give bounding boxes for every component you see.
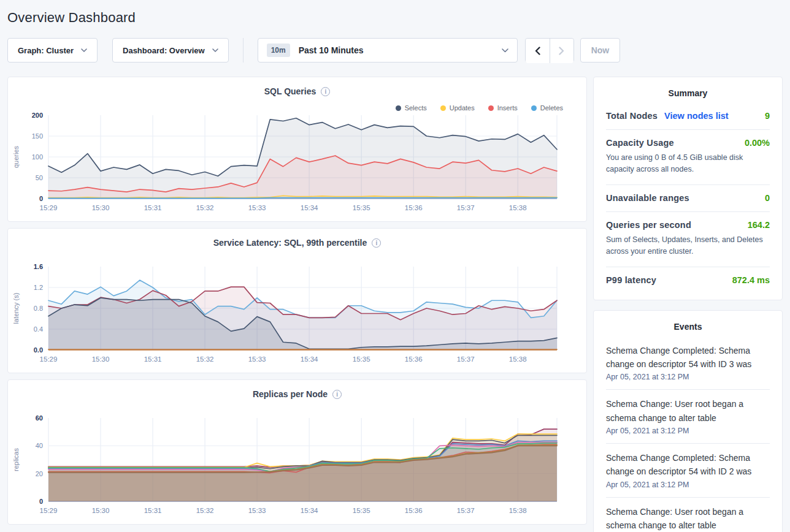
svg-text:1.6: 1.6 xyxy=(34,263,43,270)
svg-text:15:30: 15:30 xyxy=(92,204,110,211)
svg-text:15:31: 15:31 xyxy=(144,204,162,211)
svg-text:15:37: 15:37 xyxy=(457,204,475,211)
time-range-dropdown[interactable]: 10m Past 10 Minutes xyxy=(258,38,518,63)
svg-text:15:34: 15:34 xyxy=(301,507,318,514)
event-item: Schema Change Completed: Schema change o… xyxy=(606,336,770,390)
chart-title-row: Service Latency: SQL, 99th percentile xyxy=(8,229,586,248)
svg-text:1.2: 1.2 xyxy=(34,284,43,291)
event-item: Schema Change: User root began a schema … xyxy=(606,389,770,443)
summary-row: P99 latency872.4 ms xyxy=(606,267,770,294)
svg-text:15:36: 15:36 xyxy=(405,355,423,363)
chart-title: Service Latency: SQL, 99th percentile xyxy=(213,238,367,248)
chevron-down-icon xyxy=(502,48,508,53)
svg-text:15:33: 15:33 xyxy=(248,507,266,514)
sql-queries-panel: SQL Queries SelectsUpdatesInsertsDeletes… xyxy=(7,77,587,222)
svg-text:15:29: 15:29 xyxy=(40,204,58,211)
event-message: Schema Change Completed: Schema change o… xyxy=(606,451,770,479)
svg-text:50: 50 xyxy=(36,174,43,181)
summary-row: Total NodesView nodes list9 xyxy=(606,103,770,129)
svg-text:15:29: 15:29 xyxy=(40,355,58,363)
event-item: Schema Change Completed: Schema change o… xyxy=(606,443,770,497)
summary-row: Capacity Usage0.00%You are using 0 B of … xyxy=(606,129,770,184)
sidebar-column: Summary Total NodesView nodes list9Capac… xyxy=(593,77,783,532)
svg-text:60: 60 xyxy=(36,414,43,422)
svg-text:15:30: 15:30 xyxy=(92,355,110,363)
summary-label: Total Nodes xyxy=(606,111,658,121)
summary-label: Queries per second xyxy=(606,220,691,230)
chart-title: Replicas per Node xyxy=(253,389,328,399)
time-range-label: Past 10 Minutes xyxy=(299,45,364,55)
dashboard-dropdown[interactable]: Dashboard: Overview xyxy=(112,38,229,63)
info-icon[interactable] xyxy=(372,238,381,248)
svg-text:15:37: 15:37 xyxy=(457,355,475,363)
replicas-per-node-panel: Replicas per Node 15:2915:3015:3115:3215… xyxy=(7,379,587,525)
svg-text:0.4: 0.4 xyxy=(34,325,43,333)
svg-text:15:32: 15:32 xyxy=(196,204,214,211)
svg-text:15:38: 15:38 xyxy=(509,507,527,514)
view-nodes-list-link[interactable]: View nodes list xyxy=(664,111,729,121)
chevron-left-icon xyxy=(535,47,540,55)
summary-value: 0.00% xyxy=(745,138,770,148)
svg-text:15:31: 15:31 xyxy=(144,507,162,514)
svg-text:15:38: 15:38 xyxy=(509,204,527,211)
svg-text:15:35: 15:35 xyxy=(353,507,370,514)
time-nav-group xyxy=(525,38,574,63)
svg-text:queries: queries xyxy=(12,145,20,168)
summary-label: Unavailable ranges xyxy=(606,193,689,203)
charts-column: SQL Queries SelectsUpdatesInsertsDeletes… xyxy=(7,77,587,525)
time-range-badge: 10m xyxy=(267,44,290,57)
time-prev-button[interactable] xyxy=(526,39,550,63)
events-title: Events xyxy=(606,319,770,336)
events-list: Schema Change Completed: Schema change o… xyxy=(606,336,770,532)
chevron-right-icon xyxy=(559,47,564,55)
svg-text:20: 20 xyxy=(36,470,43,477)
overview-dashboard-page: Overview Dashboard Graph: Cluster Dashbo… xyxy=(0,0,790,532)
svg-text:0: 0 xyxy=(39,498,43,505)
svg-text:replicas: replicas xyxy=(12,448,20,471)
svg-text:15:38: 15:38 xyxy=(509,355,527,363)
chevron-down-icon xyxy=(212,48,218,52)
summary-label: Capacity Usage xyxy=(606,138,674,148)
svg-text:15:29: 15:29 xyxy=(40,507,58,514)
event-message: Schema Change: User root began a schema … xyxy=(606,505,770,532)
sql-queries-chart[interactable]: 15:2915:3015:3115:3215:3315:3415:3515:36… xyxy=(8,110,586,216)
summary-rows: Total NodesView nodes list9Capacity Usag… xyxy=(606,103,770,294)
summary-value: 164.2 xyxy=(748,220,770,230)
event-item: Schema Change: User root began a schema … xyxy=(606,497,770,532)
svg-text:15:32: 15:32 xyxy=(196,355,214,363)
time-next-button[interactable] xyxy=(550,39,573,63)
graph-dropdown-label: Graph: Cluster xyxy=(18,46,74,55)
event-message: Schema Change: User root began a schema … xyxy=(606,397,770,425)
dashboard-toolbar: Graph: Cluster Dashboard: Overview 10m P… xyxy=(7,38,783,63)
event-timestamp: Apr 05, 2021 at 3:12 PM xyxy=(606,481,770,489)
info-icon[interactable] xyxy=(332,390,342,399)
graph-dropdown[interactable]: Graph: Cluster xyxy=(7,38,98,63)
service-latency-chart[interactable]: 15:2915:3015:3115:3215:3315:3415:3515:36… xyxy=(8,262,586,367)
summary-description: Sum of Selects, Updates, Inserts, and De… xyxy=(606,234,770,258)
event-timestamp: Apr 05, 2021 at 3:12 PM xyxy=(606,427,770,435)
chart-title-row: SQL Queries xyxy=(8,77,586,96)
svg-text:15:31: 15:31 xyxy=(144,355,162,363)
summary-value: 0 xyxy=(765,193,770,203)
svg-text:100: 100 xyxy=(32,153,43,161)
summary-panel: Summary Total NodesView nodes list9Capac… xyxy=(593,77,783,300)
chart-title-row: Replicas per Node xyxy=(8,380,586,399)
info-icon[interactable] xyxy=(321,87,330,96)
event-timestamp: Apr 05, 2021 at 3:12 PM xyxy=(606,373,770,381)
summary-title: Summary xyxy=(606,86,770,103)
summary-row: Unavailable ranges0 xyxy=(606,184,770,211)
summary-label: P99 latency xyxy=(606,275,656,285)
now-button[interactable]: Now xyxy=(580,38,621,63)
svg-text:latency (s): latency (s) xyxy=(12,293,20,324)
svg-text:0.0: 0.0 xyxy=(34,346,43,354)
svg-text:15:36: 15:36 xyxy=(405,507,423,514)
toolbar-divider xyxy=(243,38,244,63)
summary-value: 872.4 ms xyxy=(732,275,770,285)
svg-text:40: 40 xyxy=(36,442,43,449)
svg-text:15:34: 15:34 xyxy=(301,355,318,363)
replicas-per-node-chart[interactable]: 15:2915:3015:3115:3215:3315:3415:3515:36… xyxy=(8,413,586,519)
svg-text:150: 150 xyxy=(32,132,43,140)
svg-text:15:33: 15:33 xyxy=(248,355,266,363)
svg-text:15:37: 15:37 xyxy=(457,507,475,514)
page-title: Overview Dashboard xyxy=(7,10,783,26)
